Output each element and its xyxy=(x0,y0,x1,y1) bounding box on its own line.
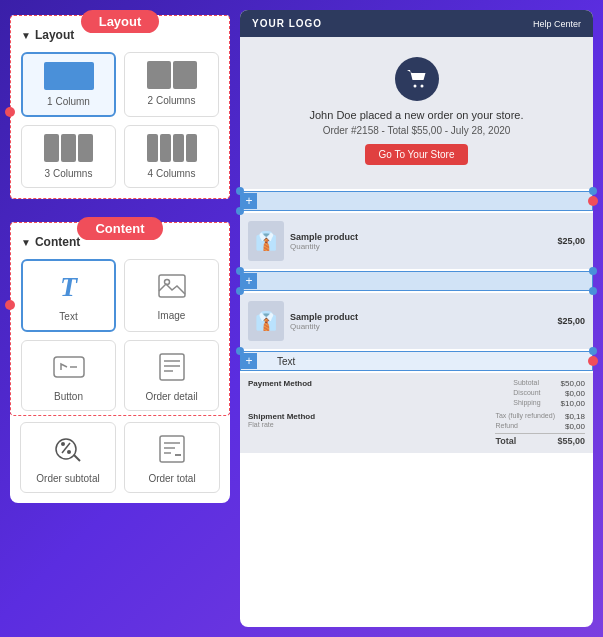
content-option-button[interactable]: Button xyxy=(21,340,116,411)
layout-option-1col[interactable]: 1 Column xyxy=(21,52,116,117)
svg-rect-0 xyxy=(159,275,185,297)
layout-pill-container: Layout xyxy=(10,10,230,33)
content-connector-dot xyxy=(5,300,15,310)
content-option-order-subtotal[interactable]: Order subtotal xyxy=(20,422,116,493)
content-pill: Content xyxy=(77,217,162,240)
layout-section: Layout ▼ Layout 1 Column xyxy=(10,10,230,199)
summary-row-discount: Discount $0,00 xyxy=(513,389,585,398)
drop-zone-1: + xyxy=(240,191,593,211)
layout-connector-dot xyxy=(5,107,15,117)
summary-row-subtotal: Subtotal $50,00 xyxy=(513,379,585,388)
shipment-method-label: Shipment Method xyxy=(248,412,315,421)
summary-values-block: Subtotal $50,00 Discount $0,00 Shipping … xyxy=(513,379,585,409)
email-preview: YOUR LOGO Help Center John Doe placed a … xyxy=(240,10,593,627)
drop-zone-2: + xyxy=(240,271,593,291)
subtotal-value: $50,00 xyxy=(561,379,585,388)
email-header: YOUR LOGO Help Center xyxy=(240,10,593,37)
svg-rect-4 xyxy=(160,354,184,380)
content-pill-container: Content xyxy=(10,217,230,240)
product-row-1: 👔 Sample product Quantity $25,00 xyxy=(248,217,585,265)
summary-footer: Shipment Method Flat rate Tax (fully ref… xyxy=(248,412,585,447)
total-label: Total xyxy=(495,436,516,446)
email-help-link[interactable]: Help Center xyxy=(533,19,581,29)
discount-label: Discount xyxy=(513,389,540,398)
product-price-2: $25,00 xyxy=(557,316,585,326)
selection-dot-tl-3 xyxy=(236,347,244,355)
summary-row-total: Total $55,00 xyxy=(495,433,585,446)
summary-section: Payment Method Subtotal $50,00 Discount … xyxy=(240,373,593,453)
product-thumb-1: 👔 xyxy=(248,221,284,261)
product-section-1: 👔 Sample product Quantity $25,00 xyxy=(240,213,593,269)
content-label-image: Image xyxy=(158,310,186,321)
main-container: Layout ▼ Layout 1 Column xyxy=(0,0,603,637)
shipping-label: Shipping xyxy=(513,399,540,408)
shipment-method-value: Flat rate xyxy=(248,421,315,428)
product-qty-2: Quantity xyxy=(290,322,551,331)
email-body-top: John Doe placed a new order on your stor… xyxy=(240,37,593,189)
drop-red-dot-1 xyxy=(588,196,598,206)
text-red-dot xyxy=(588,356,598,366)
selection-dot-tl-2 xyxy=(236,267,244,275)
product-info-1: Sample product Quantity xyxy=(290,232,551,251)
svg-point-10 xyxy=(67,450,71,454)
layout-icon-4col xyxy=(147,134,197,162)
layout-pill: Layout xyxy=(81,10,160,33)
layout-option-2col[interactable]: 2 Columns xyxy=(124,52,219,117)
text-drop-zone: + Text xyxy=(240,351,593,371)
summary-row-tax: Tax (fully refunded) $0,18 xyxy=(495,412,585,421)
order-subtotal-icon xyxy=(50,431,86,467)
total-value: $55,00 xyxy=(557,436,585,446)
go-to-store-button[interactable]: Go To Your Store xyxy=(365,144,469,165)
shipment-method-block: Shipment Method Flat rate xyxy=(248,412,315,447)
selection-dot-tr-3 xyxy=(589,347,597,355)
drop-plus-2: + xyxy=(241,273,257,289)
svg-point-16 xyxy=(413,85,416,88)
product-name-2: Sample product xyxy=(290,312,551,322)
layout-label-4col: 4 Columns xyxy=(148,168,196,179)
tax-label: Tax (fully refunded) xyxy=(495,412,555,421)
image-icon xyxy=(154,268,190,304)
summary-row-shipping: Shipping $10,00 xyxy=(513,399,585,408)
subtotal-label: Subtotal xyxy=(513,379,539,388)
content-label-text: Text xyxy=(59,311,77,322)
content-option-order-total[interactable]: Order total xyxy=(124,422,220,493)
summary-header: Payment Method Subtotal $50,00 Discount … xyxy=(248,379,585,409)
order-total-icon xyxy=(154,431,190,467)
drop-indicator-2: + xyxy=(240,271,593,291)
selection-dot-bl-1 xyxy=(236,207,244,215)
content-option-order-detail[interactable]: Order detail xyxy=(124,340,219,411)
content-grid: T Text Image xyxy=(21,259,219,411)
layout-icon-2col xyxy=(147,61,197,89)
product-price-1: $25,00 xyxy=(557,236,585,246)
order-detail-icon xyxy=(154,349,190,385)
content-option-image[interactable]: Image xyxy=(124,259,219,332)
text-drop-indicator: + Text xyxy=(240,351,593,371)
email-logo: YOUR LOGO xyxy=(252,18,322,29)
summary-total-block: Tax (fully refunded) $0,18 Refund $0,00 … xyxy=(495,412,585,447)
text-drop-plus: + xyxy=(241,353,257,369)
layout-option-4col[interactable]: 4 Columns xyxy=(124,125,219,188)
layout-label-1col: 1 Column xyxy=(47,96,90,107)
product-thumb-2: 👔 xyxy=(248,301,284,341)
drop-indicator-1: + xyxy=(240,191,593,211)
product-info-2: Sample product Quantity xyxy=(290,312,551,331)
email-center-block: John Doe placed a new order on your stor… xyxy=(252,49,581,177)
email-main-text: John Doe placed a new order on your stor… xyxy=(252,109,581,121)
right-column: YOUR LOGO Help Center John Doe placed a … xyxy=(240,10,593,627)
refund-label: Refund xyxy=(495,422,518,431)
content-option-text[interactable]: T Text xyxy=(21,259,116,332)
layout-label-2col: 2 Columns xyxy=(148,95,196,106)
content-label-button: Button xyxy=(54,391,83,402)
payment-method-block: Payment Method xyxy=(248,379,312,409)
product-qty-1: Quantity xyxy=(290,242,551,251)
summary-row-refund: Refund $0,00 xyxy=(495,422,585,431)
content-bottom-row: Order subtotal Order total xyxy=(10,414,230,503)
layout-option-3col[interactable]: 3 Columns xyxy=(21,125,116,188)
email-order-text: Order #2158 - Total $55,00 - July 28, 20… xyxy=(252,125,581,136)
layout-label-3col: 3 Columns xyxy=(45,168,93,179)
text-drop-content: Text xyxy=(257,356,295,367)
left-column: Layout ▼ Layout 1 Column xyxy=(10,10,230,627)
selection-dot-tr-2 xyxy=(589,267,597,275)
layout-icon-3col xyxy=(44,134,94,162)
selection-dot-tl-1 xyxy=(236,187,244,195)
